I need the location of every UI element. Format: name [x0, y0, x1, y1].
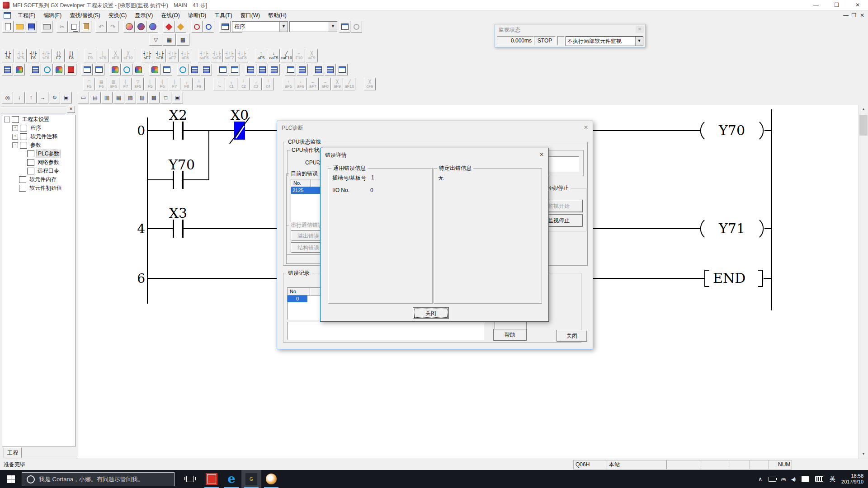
toolbar-button[interactable]: ▩: [148, 92, 160, 103]
menu-item[interactable]: 帮助(H): [264, 11, 291, 20]
find-instruction-button[interactable]: [135, 21, 146, 33]
ladder-symbol-button[interactable]: ┤↓├saF8: [236, 49, 248, 62]
task-view-button[interactable]: [180, 470, 200, 488]
plc-close-button[interactable]: 关闭: [557, 330, 587, 342]
menu-item[interactable]: 工具(T): [210, 11, 236, 20]
toolbar-button[interactable]: [2, 64, 13, 75]
copy-button[interactable]: [68, 21, 80, 33]
undo-button[interactable]: ↶: [95, 21, 107, 33]
ladder-symbol-button[interactable]: ┤↑├saF5: [198, 49, 210, 62]
toolbar-button[interactable]: [53, 64, 65, 75]
toolbar-button[interactable]: [336, 64, 348, 75]
new-project-button[interactable]: [2, 21, 14, 33]
edit-mode-combo[interactable]: ▼: [289, 21, 337, 32]
sfc-symbol-button[interactable]: ├F7: [169, 78, 180, 90]
sfc-symbol-button[interactable]: ↑aF5: [283, 78, 294, 90]
sfc-symbol-button[interactable]: ╱aF10: [344, 78, 355, 90]
sfc-symbol-button[interactable]: ╳cF9: [364, 78, 376, 90]
taskbar-app-gx-developer[interactable]: G: [241, 470, 261, 488]
menu-item[interactable]: 窗口(W): [236, 11, 264, 20]
ladder-symbol-button[interactable]: ┤↑├aF7: [166, 49, 179, 62]
tree-expander[interactable]: [20, 160, 25, 165]
tree-item[interactable]: 远程口令: [2, 167, 75, 175]
touch-keyboard-icon[interactable]: [815, 476, 823, 482]
menu-item[interactable]: 变换(C): [104, 11, 131, 20]
menu-item[interactable]: 查找/替换(S): [66, 11, 104, 20]
sfc-symbol-button[interactable]: ┤F6: [156, 78, 168, 90]
toolbar-button[interactable]: →: [37, 92, 48, 103]
contact-label-x2[interactable]: X2: [169, 107, 187, 123]
mdi-close-button[interactable]: ✕: [858, 12, 866, 19]
tree-item[interactable]: PLC参数: [2, 150, 75, 158]
menu-item[interactable]: 工程(F): [14, 11, 39, 20]
ladder-list-button[interactable]: [339, 21, 350, 33]
toolbar-button[interactable]: [109, 64, 121, 75]
toolbar-button[interactable]: [257, 64, 268, 75]
toolbar-button[interactable]: [229, 64, 240, 75]
ladder-symbol-button[interactable]: ┤↓├aF8: [179, 49, 191, 62]
toolbar-button[interactable]: ▨: [137, 92, 148, 103]
sfc-symbol-button[interactable]: ┘c2: [238, 78, 250, 90]
toolbar-button[interactable]: [65, 64, 76, 75]
view-toolbar-button[interactable]: ▩: [176, 33, 189, 46]
ladder-symbol-button[interactable]: ┤↓├sF8: [154, 49, 166, 62]
toolbar-button[interactable]: ↑: [25, 92, 37, 103]
cut-button[interactable]: ✂: [57, 21, 68, 33]
project-tab[interactable]: 工程: [4, 447, 22, 458]
sfc-symbol-button[interactable]: →aF8: [319, 78, 331, 90]
ladder-symbol-button[interactable]: ┤├sF5: [14, 49, 27, 62]
sfc-symbol-button[interactable]: ┬F8: [181, 78, 193, 90]
find-device-button[interactable]: [123, 21, 135, 33]
toolbar-button[interactable]: [161, 64, 172, 75]
toolbar-button[interactable]: [217, 64, 228, 75]
sfc-symbol-button[interactable]: ▥sF6: [108, 78, 119, 90]
chevron-down-icon[interactable]: ▼: [329, 22, 337, 32]
ladder-symbol-button[interactable]: ┤↑├sF7: [141, 49, 153, 62]
view-toolbar-button[interactable]: ▽: [149, 33, 162, 46]
sfc-symbol-button[interactable]: ←aF7: [307, 78, 319, 90]
ladder-symbol-button[interactable]: ╱caF10: [280, 49, 292, 62]
toolbar-button[interactable]: [269, 64, 280, 75]
tree-expander[interactable]: [20, 169, 25, 174]
panel-splitter[interactable]: [1, 107, 66, 114]
minimize-button[interactable]: —: [806, 0, 826, 10]
sfc-symbol-button[interactable]: ┌c3: [250, 78, 262, 90]
chevron-down-icon[interactable]: ▼: [279, 22, 288, 32]
tree-item[interactable]: 网络参数: [2, 158, 75, 167]
sfc-symbol-button[interactable]: ─〜: [213, 78, 225, 90]
tray-expand-icon[interactable]: ∧: [758, 476, 762, 482]
plc-help-button[interactable]: 帮助: [493, 329, 527, 341]
toolbar-button[interactable]: [149, 64, 160, 75]
toolbar-button[interactable]: ↻: [49, 92, 60, 103]
open-project-button[interactable]: [14, 21, 25, 33]
menu-item[interactable]: 诊断(D): [184, 11, 211, 20]
sfc-symbol-button[interactable]: ▤F6: [95, 78, 107, 90]
monitor-mode-button[interactable]: [175, 21, 186, 33]
battery-icon[interactable]: [769, 477, 776, 482]
sfc-symbol-button[interactable]: ╳aF9: [331, 78, 343, 90]
toolbar-button[interactable]: [189, 64, 200, 75]
zoom-in-button[interactable]: [191, 21, 203, 33]
close-button[interactable]: ✕: [847, 0, 868, 10]
scrollbar-thumb[interactable]: [859, 115, 868, 136]
menu-item[interactable]: 在线(O): [157, 11, 184, 20]
ladder-symbol-button[interactable]: [ ]F8: [65, 49, 77, 62]
taskbar-clock[interactable]: 18:58 2017/9/10: [841, 473, 863, 485]
ladder-symbol-button[interactable]: ╳cF10: [122, 49, 134, 62]
ladder-symbol-button[interactable]: ╳cF9: [109, 49, 122, 62]
wifi-icon[interactable]: (((: [781, 478, 787, 480]
ladder-symbol-button[interactable]: ↑aF5: [255, 49, 267, 62]
speaker-icon[interactable]: ◀): [791, 477, 795, 482]
contact-label-y70[interactable]: Y70: [168, 157, 195, 173]
tree-expander[interactable]: -: [4, 117, 10, 122]
tree-item[interactable]: - 工程未设置: [2, 115, 75, 124]
redo-button[interactable]: ↷: [107, 21, 118, 33]
toolbar-button[interactable]: ▥: [101, 92, 113, 103]
toolbar-button[interactable]: □: [160, 92, 171, 103]
ladder-symbol-button[interactable]: │sF9: [97, 49, 109, 62]
scroll-up-arrow[interactable]: ▲: [859, 105, 868, 113]
toolbar-button[interactable]: [81, 64, 93, 75]
device-monitor-combo[interactable]: 不执行局部软元件监视 ▼: [566, 36, 643, 46]
menu-item[interactable]: 显示(V): [131, 11, 157, 20]
window-split-button[interactable]: [219, 21, 231, 33]
